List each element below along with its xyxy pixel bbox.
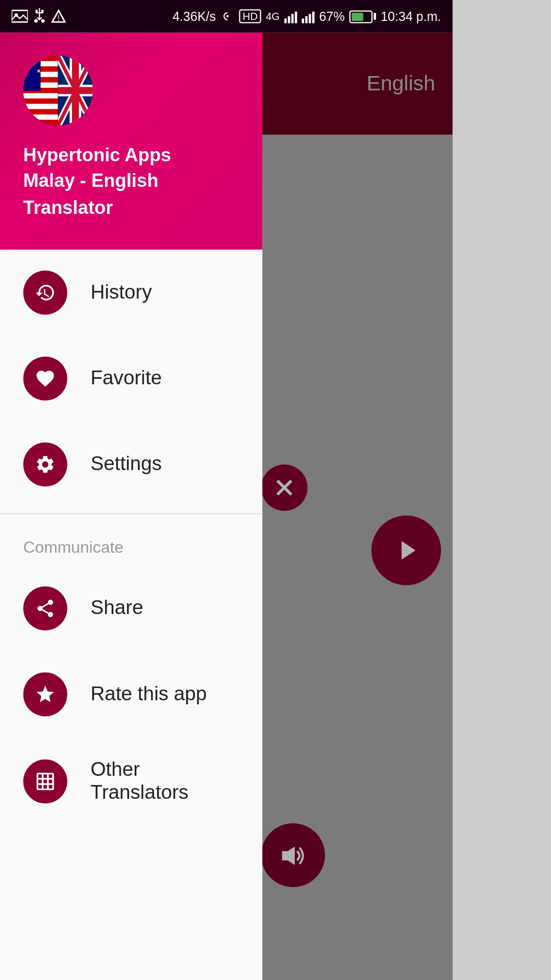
share-icon xyxy=(23,586,67,630)
drawer-header: Hypertonic Apps Malay - English Translat… xyxy=(0,33,263,250)
battery-percent: 67% xyxy=(319,9,345,23)
svg-rect-17 xyxy=(23,93,58,98)
drawer-menu: History Favorite Settings Communicate xyxy=(0,250,263,980)
svg-rect-23 xyxy=(23,56,40,90)
menu-item-share[interactable]: Share xyxy=(0,566,263,651)
menu-item-rate[interactable]: Rate this app xyxy=(0,652,263,738)
main-container: English xyxy=(0,33,453,980)
svg-rect-21 xyxy=(23,114,58,119)
network-speed: 4.36K/s xyxy=(172,9,216,23)
svg-point-2 xyxy=(34,19,38,23)
menu-item-favorite[interactable]: Favorite xyxy=(0,336,263,422)
svg-rect-20 xyxy=(23,109,58,114)
time: 10:34 p.m. xyxy=(381,9,441,23)
status-bar: ! 4.36K/s HD 4G 67% 10:34 p. xyxy=(0,0,453,33)
share-label: Share xyxy=(90,597,143,620)
svg-rect-19 xyxy=(23,104,58,109)
menu-item-history[interactable]: History xyxy=(0,250,263,335)
grid-icon xyxy=(23,760,67,803)
communicate-section-label: Communicate xyxy=(0,521,263,566)
svg-rect-22 xyxy=(23,120,58,126)
divider xyxy=(0,513,263,514)
settings-label: Settings xyxy=(90,453,162,476)
navigation-drawer: Hypertonic Apps Malay - English Translat… xyxy=(0,33,263,980)
menu-item-settings[interactable]: Settings xyxy=(0,422,263,507)
battery-icon xyxy=(349,10,376,22)
favorite-icon xyxy=(23,357,67,401)
signal-strength-2 xyxy=(302,9,314,23)
status-icons: ! xyxy=(12,8,66,24)
other-translators-label: Other Translators xyxy=(90,758,239,805)
svg-rect-0 xyxy=(12,10,28,22)
svg-point-3 xyxy=(41,19,45,23)
network-type: 4G xyxy=(266,10,280,22)
settings-icon xyxy=(23,443,67,486)
app-name: Hypertonic Apps xyxy=(23,143,239,169)
app-logo xyxy=(23,56,92,125)
rate-label: Rate this app xyxy=(90,683,207,706)
favorite-label: Favorite xyxy=(90,367,162,390)
hd-badge: HD xyxy=(239,9,261,23)
svg-rect-18 xyxy=(23,99,58,104)
menu-item-other-translators[interactable]: Other Translators xyxy=(0,738,263,826)
status-right: 4.36K/s HD 4G 67% 10:34 p.m. xyxy=(172,9,441,23)
drawer-overlay[interactable] xyxy=(249,33,453,980)
history-label: History xyxy=(90,281,152,304)
signal-strength xyxy=(284,9,297,23)
svg-text:!: ! xyxy=(58,14,60,22)
star-icon xyxy=(23,673,67,717)
app-subtitle: Malay - English Translator xyxy=(23,169,239,221)
history-icon xyxy=(23,271,67,314)
